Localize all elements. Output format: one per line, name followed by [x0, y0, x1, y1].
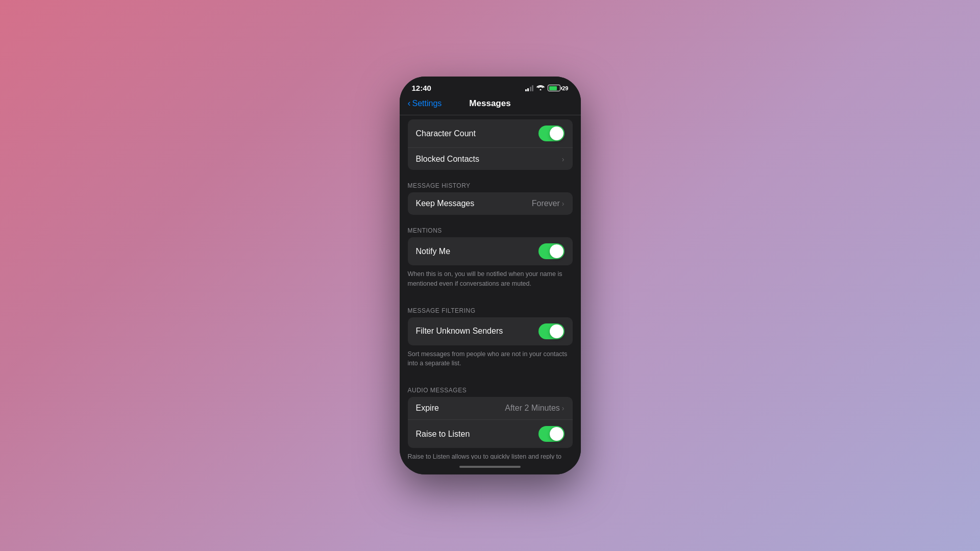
- home-indicator: [400, 459, 581, 474]
- message-history-header: MESSAGE HISTORY: [400, 174, 581, 192]
- nav-bar: ‹ Settings Messages: [400, 96, 581, 115]
- raise-to-listen-label: Raise to Listen: [416, 430, 470, 439]
- expire-row[interactable]: Expire After 2 Minutes ›: [408, 397, 573, 419]
- toggle-knob: [550, 427, 564, 441]
- signal-bar-4: [532, 85, 533, 91]
- top-settings-group: Character Count Blocked Contacts ›: [408, 119, 573, 170]
- notify-me-label: Notify Me: [416, 247, 451, 256]
- character-count-toggle[interactable]: [538, 126, 565, 141]
- back-label: Settings: [412, 99, 442, 108]
- blocked-contacts-label: Blocked Contacts: [416, 155, 480, 164]
- signal-bar-1: [525, 89, 527, 91]
- audio-messages-section: AUDIO MESSAGES Expire After 2 Minutes › …: [400, 379, 581, 459]
- top-section: Character Count Blocked Contacts ›: [400, 115, 581, 170]
- keep-messages-value-text: Forever: [532, 199, 560, 208]
- blocked-contacts-chevron-icon: ›: [562, 155, 565, 163]
- audio-messages-group: Expire After 2 Minutes › Raise to Listen: [408, 397, 573, 448]
- filter-unknown-senders-label: Filter Unknown Senders: [416, 327, 503, 336]
- keep-messages-chevron-icon: ›: [562, 199, 565, 208]
- expire-value-text: After 2 Minutes: [505, 404, 560, 413]
- mentions-header: MENTIONS: [400, 219, 581, 237]
- phone-frame: 12:40 29: [400, 77, 581, 474]
- battery-level: 29: [562, 85, 568, 91]
- mentions-section: MENTIONS Notify Me When this is on, you …: [400, 219, 581, 295]
- audio-messages-description: Raise to Listen allows you to quickly li…: [400, 448, 581, 459]
- message-history-group: Keep Messages Forever ›: [408, 192, 573, 215]
- battery-icon: [548, 85, 560, 91]
- character-count-row[interactable]: Character Count: [408, 119, 573, 147]
- notify-me-toggle[interactable]: [538, 243, 565, 259]
- keep-messages-row[interactable]: Keep Messages Forever ›: [408, 192, 573, 215]
- audio-messages-header: AUDIO MESSAGES: [400, 379, 581, 397]
- status-icons: 29: [525, 84, 569, 92]
- toggle-knob: [550, 127, 564, 140]
- notify-me-row[interactable]: Notify Me: [408, 237, 573, 265]
- mentions-description: When this is on, you will be notified wh…: [400, 265, 581, 295]
- expire-chevron-icon: ›: [562, 404, 565, 412]
- message-filtering-description: Sort messages from people who are not in…: [400, 345, 581, 375]
- mentions-group: Notify Me: [408, 237, 573, 265]
- filter-unknown-senders-row[interactable]: Filter Unknown Senders: [408, 317, 573, 345]
- message-history-section: MESSAGE HISTORY Keep Messages Forever ›: [400, 174, 581, 215]
- page-title: Messages: [469, 98, 510, 109]
- status-time: 12:40: [412, 84, 431, 92]
- wifi-icon: [536, 84, 545, 92]
- keep-messages-value: Forever ›: [532, 199, 565, 208]
- signal-bar-2: [527, 88, 529, 91]
- status-bar: 12:40 29: [400, 77, 581, 96]
- expire-value: After 2 Minutes ›: [505, 404, 564, 413]
- settings-content[interactable]: Character Count Blocked Contacts › MESSA…: [400, 115, 581, 459]
- toggle-knob: [550, 324, 564, 338]
- raise-to-listen-row[interactable]: Raise to Listen: [408, 419, 573, 448]
- signal-bar-3: [530, 87, 531, 91]
- back-button[interactable]: ‹ Settings: [408, 98, 442, 109]
- signal-bars-icon: [525, 85, 534, 91]
- blocked-contacts-row[interactable]: Blocked Contacts ›: [408, 147, 573, 170]
- battery-fill: [549, 86, 557, 90]
- message-filtering-header: MESSAGE FILTERING: [400, 299, 581, 317]
- home-bar: [459, 466, 521, 468]
- battery-container: 29: [548, 85, 568, 91]
- keep-messages-label: Keep Messages: [416, 199, 475, 208]
- message-filtering-group: Filter Unknown Senders: [408, 317, 573, 345]
- filter-unknown-senders-toggle[interactable]: [538, 323, 565, 339]
- character-count-label: Character Count: [416, 129, 476, 138]
- back-chevron-icon: ‹: [408, 98, 411, 109]
- expire-label: Expire: [416, 404, 439, 413]
- toggle-knob: [550, 244, 564, 258]
- message-filtering-section: MESSAGE FILTERING Filter Unknown Senders…: [400, 299, 581, 375]
- raise-to-listen-toggle[interactable]: [538, 426, 565, 442]
